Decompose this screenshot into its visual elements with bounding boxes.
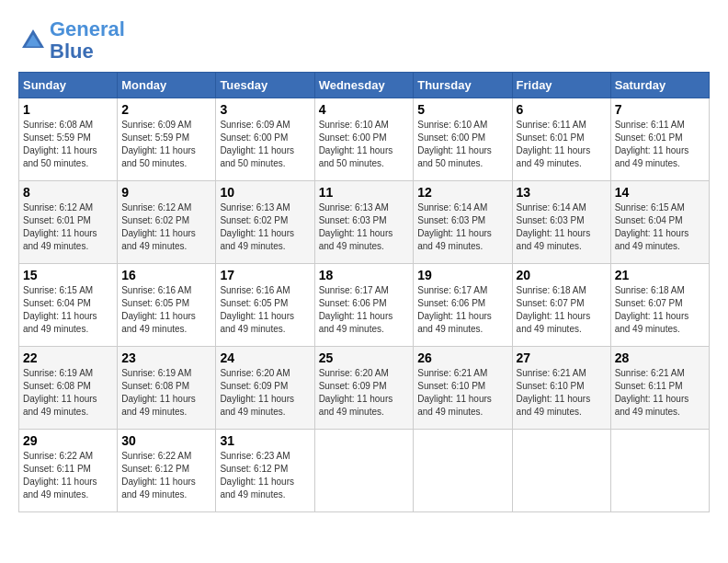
- calendar-cell: 31 Sunrise: 6:23 AM Sunset: 6:12 PM Dayl…: [216, 430, 314, 512]
- day-info: Sunrise: 6:08 AM Sunset: 5:59 PM Dayligh…: [23, 119, 113, 170]
- day-number: 12: [417, 185, 507, 200]
- calendar-cell: 4 Sunrise: 6:10 AM Sunset: 6:00 PM Dayli…: [314, 98, 414, 181]
- calendar-cell: 2 Sunrise: 6:09 AM Sunset: 5:59 PM Dayli…: [118, 98, 216, 181]
- calendar-week-row: 8 Sunrise: 6:12 AM Sunset: 6:01 PM Dayli…: [19, 181, 710, 264]
- calendar-cell: 23 Sunrise: 6:19 AM Sunset: 6:08 PM Dayl…: [118, 347, 216, 430]
- day-info: Sunrise: 6:19 AM Sunset: 6:08 PM Dayligh…: [121, 367, 211, 419]
- calendar-week-row: 22 Sunrise: 6:19 AM Sunset: 6:08 PM Dayl…: [19, 347, 710, 430]
- calendar-cell: 22 Sunrise: 6:19 AM Sunset: 6:08 PM Dayl…: [19, 347, 118, 430]
- calendar-week-row: 1 Sunrise: 6:08 AM Sunset: 5:59 PM Dayli…: [19, 98, 710, 181]
- day-number: 10: [220, 185, 310, 200]
- day-info: Sunrise: 6:13 AM Sunset: 6:02 PM Dayligh…: [220, 201, 310, 253]
- day-info: Sunrise: 6:14 AM Sunset: 6:03 PM Dayligh…: [517, 201, 607, 253]
- day-info: Sunrise: 6:21 AM Sunset: 6:11 PM Dayligh…: [615, 367, 705, 419]
- day-number: 6: [517, 102, 607, 117]
- day-info: Sunrise: 6:16 AM Sunset: 6:05 PM Dayligh…: [121, 284, 211, 336]
- day-info: Sunrise: 6:12 AM Sunset: 6:01 PM Dayligh…: [23, 201, 113, 253]
- day-number: 9: [121, 185, 211, 200]
- weekday-header: Monday: [118, 73, 216, 98]
- day-info: Sunrise: 6:16 AM Sunset: 6:05 PM Dayligh…: [220, 284, 310, 336]
- calendar-cell: 14 Sunrise: 6:15 AM Sunset: 6:04 PM Dayl…: [610, 181, 709, 264]
- day-info: Sunrise: 6:20 AM Sunset: 6:09 PM Dayligh…: [319, 367, 410, 419]
- calendar-cell: 5 Sunrise: 6:10 AM Sunset: 6:00 PM Dayli…: [414, 98, 512, 181]
- calendar-cell: 19 Sunrise: 6:17 AM Sunset: 6:06 PM Dayl…: [414, 264, 512, 347]
- day-number: 11: [319, 185, 410, 200]
- calendar-cell: 25 Sunrise: 6:20 AM Sunset: 6:09 PM Dayl…: [314, 347, 414, 430]
- day-number: 14: [615, 185, 705, 200]
- calendar-cell: 7 Sunrise: 6:11 AM Sunset: 6:01 PM Dayli…: [610, 98, 709, 181]
- calendar-cell: [512, 430, 610, 512]
- calendar-cell: 27 Sunrise: 6:21 AM Sunset: 6:10 PM Dayl…: [512, 347, 610, 430]
- day-info: Sunrise: 6:22 AM Sunset: 6:12 PM Dayligh…: [121, 450, 211, 501]
- calendar-cell: 9 Sunrise: 6:12 AM Sunset: 6:02 PM Dayli…: [118, 181, 216, 264]
- day-info: Sunrise: 6:20 AM Sunset: 6:09 PM Dayligh…: [220, 367, 310, 419]
- page-header: GeneralBlue: [18, 18, 710, 63]
- day-number: 20: [517, 268, 607, 282]
- day-number: 21: [615, 268, 705, 282]
- calendar-cell: [610, 430, 709, 512]
- day-number: 18: [319, 268, 410, 282]
- calendar-header-row: SundayMondayTuesdayWednesdayThursdayFrid…: [19, 73, 710, 98]
- calendar-cell: 29 Sunrise: 6:22 AM Sunset: 6:11 PM Dayl…: [19, 430, 118, 512]
- day-number: 17: [220, 268, 310, 282]
- calendar-cell: 3 Sunrise: 6:09 AM Sunset: 6:00 PM Dayli…: [216, 98, 314, 181]
- calendar-cell: 30 Sunrise: 6:22 AM Sunset: 6:12 PM Dayl…: [118, 430, 216, 512]
- calendar-cell: 28 Sunrise: 6:21 AM Sunset: 6:11 PM Dayl…: [610, 347, 709, 430]
- day-info: Sunrise: 6:17 AM Sunset: 6:06 PM Dayligh…: [319, 284, 410, 336]
- calendar-cell: 18 Sunrise: 6:17 AM Sunset: 6:06 PM Dayl…: [314, 264, 414, 347]
- weekday-header: Friday: [512, 73, 610, 98]
- day-number: 23: [121, 350, 211, 365]
- logo: GeneralBlue: [18, 18, 125, 63]
- weekday-header: Saturday: [610, 73, 709, 98]
- day-info: Sunrise: 6:13 AM Sunset: 6:03 PM Dayligh…: [319, 201, 410, 253]
- day-number: 27: [517, 350, 607, 365]
- calendar-cell: 1 Sunrise: 6:08 AM Sunset: 5:59 PM Dayli…: [19, 98, 118, 181]
- weekday-header: Wednesday: [314, 73, 414, 98]
- day-info: Sunrise: 6:22 AM Sunset: 6:11 PM Dayligh…: [23, 450, 113, 501]
- day-number: 24: [220, 350, 310, 365]
- calendar-cell: 6 Sunrise: 6:11 AM Sunset: 6:01 PM Dayli…: [512, 98, 610, 181]
- day-number: 4: [319, 102, 410, 117]
- day-number: 15: [23, 268, 113, 282]
- calendar-cell: 26 Sunrise: 6:21 AM Sunset: 6:10 PM Dayl…: [414, 347, 512, 430]
- calendar-cell: 24 Sunrise: 6:20 AM Sunset: 6:09 PM Dayl…: [216, 347, 314, 430]
- day-info: Sunrise: 6:21 AM Sunset: 6:10 PM Dayligh…: [517, 367, 607, 419]
- day-number: 30: [121, 433, 211, 448]
- logo-text: GeneralBlue: [50, 18, 125, 63]
- day-number: 25: [319, 350, 410, 365]
- day-number: 26: [417, 350, 507, 365]
- day-info: Sunrise: 6:23 AM Sunset: 6:12 PM Dayligh…: [220, 450, 310, 501]
- logo-icon: [18, 26, 48, 55]
- day-info: Sunrise: 6:11 AM Sunset: 6:01 PM Dayligh…: [615, 119, 705, 170]
- calendar-cell: 20 Sunrise: 6:18 AM Sunset: 6:07 PM Dayl…: [512, 264, 610, 347]
- day-number: 28: [615, 350, 705, 365]
- day-info: Sunrise: 6:12 AM Sunset: 6:02 PM Dayligh…: [121, 201, 211, 253]
- day-number: 8: [23, 185, 113, 200]
- calendar-cell: [314, 430, 414, 512]
- day-number: 16: [121, 268, 211, 282]
- calendar-week-row: 15 Sunrise: 6:15 AM Sunset: 6:04 PM Dayl…: [19, 264, 710, 347]
- day-number: 3: [220, 102, 310, 117]
- weekday-header: Sunday: [19, 73, 118, 98]
- calendar-cell: 13 Sunrise: 6:14 AM Sunset: 6:03 PM Dayl…: [512, 181, 610, 264]
- day-info: Sunrise: 6:10 AM Sunset: 6:00 PM Dayligh…: [319, 119, 410, 170]
- day-number: 22: [23, 350, 113, 365]
- day-info: Sunrise: 6:18 AM Sunset: 6:07 PM Dayligh…: [517, 284, 607, 336]
- day-number: 13: [517, 185, 607, 200]
- day-info: Sunrise: 6:19 AM Sunset: 6:08 PM Dayligh…: [23, 367, 113, 419]
- day-number: 2: [121, 102, 211, 117]
- calendar-week-row: 29 Sunrise: 6:22 AM Sunset: 6:11 PM Dayl…: [19, 430, 710, 512]
- weekday-header: Tuesday: [216, 73, 314, 98]
- day-number: 7: [615, 102, 705, 117]
- day-info: Sunrise: 6:15 AM Sunset: 6:04 PM Dayligh…: [23, 284, 113, 336]
- day-info: Sunrise: 6:18 AM Sunset: 6:07 PM Dayligh…: [615, 284, 705, 336]
- calendar-cell: 21 Sunrise: 6:18 AM Sunset: 6:07 PM Dayl…: [610, 264, 709, 347]
- day-info: Sunrise: 6:10 AM Sunset: 6:00 PM Dayligh…: [417, 119, 507, 170]
- day-info: Sunrise: 6:15 AM Sunset: 6:04 PM Dayligh…: [615, 201, 705, 253]
- calendar-cell: [414, 430, 512, 512]
- day-number: 19: [417, 268, 507, 282]
- day-number: 31: [220, 433, 310, 448]
- day-info: Sunrise: 6:14 AM Sunset: 6:03 PM Dayligh…: [417, 201, 507, 253]
- day-info: Sunrise: 6:09 AM Sunset: 6:00 PM Dayligh…: [220, 119, 310, 170]
- day-info: Sunrise: 6:21 AM Sunset: 6:10 PM Dayligh…: [417, 367, 507, 419]
